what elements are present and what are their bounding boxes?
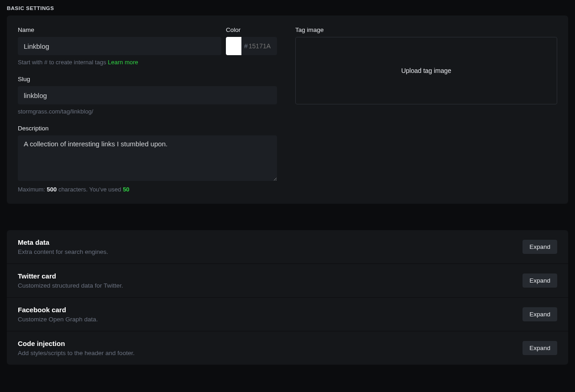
desc-hint-used: 50 <box>123 186 129 193</box>
facebook-card-row: Facebook card Customize Open Graph data.… <box>7 298 568 331</box>
name-input[interactable] <box>18 37 221 55</box>
learn-more-link[interactable]: Learn more <box>108 59 138 66</box>
color-swatch[interactable] <box>226 37 241 55</box>
code-injection-title: Code injection <box>18 340 135 347</box>
slug-label: Slug <box>18 76 277 83</box>
name-label: Name <box>18 26 221 33</box>
facebook-card-title: Facebook card <box>18 306 98 314</box>
twitter-card-expand-button[interactable]: Expand <box>523 273 557 288</box>
twitter-card-title: Twitter card <box>18 272 123 280</box>
tag-image-upload-text: Upload tag image <box>401 67 451 74</box>
name-hint: Start with # to create internal tags Lea… <box>18 59 221 66</box>
code-injection-row: Code injection Add styles/scripts to the… <box>7 331 568 365</box>
desc-hint-max: 500 <box>47 186 57 193</box>
tag-image-upload[interactable]: Upload tag image <box>295 37 557 104</box>
meta-data-subtitle: Extra content for search engines. <box>18 248 108 255</box>
description-input[interactable] <box>18 135 277 181</box>
slug-input[interactable] <box>18 86 277 104</box>
twitter-card-row: Twitter card Customized structured data … <box>7 264 568 298</box>
description-label: Description <box>18 125 277 132</box>
twitter-card-subtitle: Customized structured data for Twitter. <box>18 282 123 289</box>
meta-data-title: Meta data <box>18 238 108 246</box>
color-input[interactable] <box>248 42 277 50</box>
desc-hint-p1: Maximum: <box>18 186 47 193</box>
name-hint-text: Start with # to create internal tags <box>18 59 108 66</box>
desc-hint-p2: characters. You've used <box>57 186 123 193</box>
basic-settings-panel: Name Start with # to create internal tag… <box>7 15 568 204</box>
meta-data-expand-button[interactable]: Expand <box>523 240 557 254</box>
color-label: Color <box>226 26 277 33</box>
facebook-card-subtitle: Customize Open Graph data. <box>18 316 98 323</box>
color-hash: # <box>244 42 248 50</box>
meta-data-row: Meta data Extra content for search engin… <box>7 230 568 264</box>
description-hint: Maximum: 500 characters. You've used 50 <box>18 186 277 193</box>
facebook-card-expand-button[interactable]: Expand <box>523 307 557 321</box>
code-injection-subtitle: Add styles/scripts to the header and foo… <box>18 350 135 356</box>
extra-settings-accordion: Meta data Extra content for search engin… <box>7 230 568 365</box>
basic-settings-heading: BASIC SETTINGS <box>7 0 568 15</box>
slug-hint: stormgrass.com/tag/linkblog/ <box>18 108 277 115</box>
tag-image-label: Tag image <box>295 26 557 33</box>
code-injection-expand-button[interactable]: Expand <box>523 341 557 355</box>
